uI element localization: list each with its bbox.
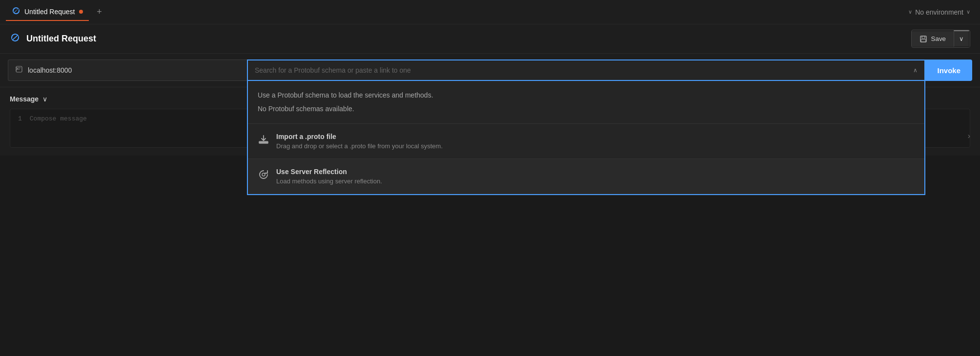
unsaved-dot — [79, 10, 83, 14]
schema-wrapper: Search for a Protobuf schema or paste a … — [247, 59, 925, 81]
reflection-title: Use Server Reflection — [276, 168, 382, 176]
save-dropdown-button[interactable]: ∨ — [954, 30, 970, 47]
tab-list: Untitled Request + — [6, 3, 106, 21]
env-chevron-up: ∨ — [908, 9, 912, 15]
environment-selector[interactable]: ∨ No environment ∨ — [904, 6, 974, 18]
compose-placeholder: Compose message — [30, 115, 87, 141]
tab-title: Untitled Request — [24, 8, 75, 16]
svg-point-4 — [262, 173, 265, 176]
page-title: Untitled Request — [26, 34, 96, 44]
schema-placeholder: Search for a Protobuf schema or paste a … — [255, 66, 411, 74]
line-number: 1 — [18, 115, 22, 141]
tab-untitled-request[interactable]: Untitled Request — [6, 3, 89, 21]
save-button-group: Save ∨ — [911, 30, 970, 48]
save-dropdown-chevron: ∨ — [959, 35, 964, 42]
request-type-icon — [10, 32, 20, 45]
server-reflection-action[interactable]: Use Server Reflection Load methods using… — [248, 159, 924, 194]
save-icon — [919, 35, 927, 43]
dropdown-info-line2: No Protobuf schemas available. — [258, 103, 915, 114]
dropdown-info-section: Use a Protobuf schema to load the servic… — [248, 81, 924, 124]
import-desc: Drag and drop or select a .proto file fr… — [276, 142, 443, 150]
invoke-button[interactable]: Invoke — [925, 59, 972, 81]
schema-chevron: ∧ — [913, 67, 918, 74]
url-value: localhost:8000 — [28, 66, 72, 74]
url-icon — [15, 65, 23, 75]
svg-rect-0 — [920, 36, 926, 42]
import-proto-action[interactable]: Import a .proto file Drag and drop or se… — [248, 124, 924, 159]
right-panel-chevron[interactable]: › — [968, 132, 970, 140]
dropdown-info-line1: Use a Protobuf schema to load the servic… — [258, 90, 915, 100]
message-label: Message — [10, 95, 39, 103]
add-tab-button[interactable]: + — [93, 5, 106, 19]
request-header: Untitled Request Save ∨ — [0, 24, 980, 54]
import-icon — [258, 134, 269, 148]
schema-dropdown: Use a Protobuf schema to load the servic… — [247, 81, 925, 195]
request-row: localhost:8000 Search for a Protobuf sch… — [0, 54, 980, 87]
message-chevron: ∨ — [42, 95, 47, 103]
save-label: Save — [931, 35, 946, 42]
import-title: Import a .proto file — [276, 133, 443, 140]
env-label: No environment — [915, 8, 963, 16]
header-left: Untitled Request — [10, 32, 96, 45]
env-chevron-down: ∨ — [966, 9, 970, 15]
tab-bar-right: ∨ No environment ∨ — [904, 6, 974, 18]
url-input-wrapper[interactable]: localhost:8000 — [8, 59, 247, 81]
tab-bar: Untitled Request + ∨ No environment ∨ — [0, 0, 980, 24]
grpc-icon — [12, 6, 20, 17]
save-button[interactable]: Save — [912, 31, 954, 47]
reflection-icon — [258, 169, 269, 183]
schema-search-input[interactable]: Search for a Protobuf schema or paste a … — [247, 59, 925, 81]
reflection-desc: Load methods using server reflection. — [276, 178, 382, 185]
